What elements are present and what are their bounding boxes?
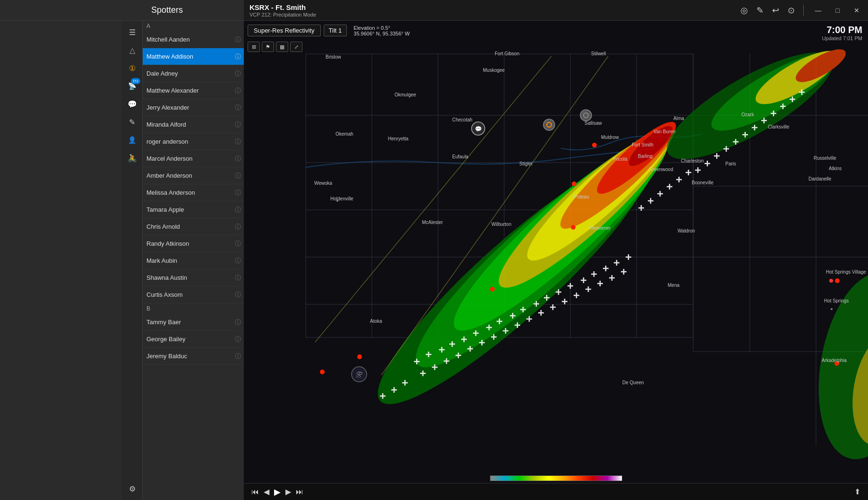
map-btn-3[interactable]: ▦ xyxy=(276,42,288,52)
spotter-item[interactable]: roger anderson ⓘ xyxy=(143,133,244,150)
svg-text:💬: 💬 xyxy=(475,125,482,132)
elevation-text: Elevation = 0.5° xyxy=(353,25,410,31)
menu-icon-btn[interactable]: ☰ xyxy=(124,24,141,41)
back-icon[interactable]: ↩ xyxy=(772,5,779,16)
map-svg: 💬 ⛈ + xyxy=(244,21,868,500)
reports-icon-btn[interactable]: ✎ xyxy=(124,113,141,130)
spotters-icon-btn[interactable]: 🚴 xyxy=(124,149,141,166)
spotter-name: Mitchell Aanden xyxy=(146,36,235,43)
spotter-item[interactable]: Marcel Anderson ⓘ xyxy=(143,150,244,167)
share-btn[interactable]: ⬆ xyxy=(854,487,860,496)
sidebar-title: Spotters xyxy=(151,5,183,15)
info-icon[interactable]: ⓘ xyxy=(235,335,241,344)
info-icon[interactable]: ⓘ xyxy=(235,291,241,299)
svg-text:Waldron: Waldron xyxy=(678,228,695,233)
spotter-name: Shawna Austin xyxy=(146,274,235,281)
tilt-selector[interactable]: Tilt 1 xyxy=(324,25,347,36)
svg-text:Sallisaw: Sallisaw xyxy=(584,121,602,126)
spotter-name: Matthew Addison xyxy=(146,53,235,60)
spotter-item[interactable]: Dale Adney ⓘ xyxy=(143,65,244,82)
spotter-item[interactable]: Tamara Apple ⓘ xyxy=(143,201,244,218)
spotter-item[interactable]: Tammy Baer ⓘ xyxy=(143,314,244,331)
minimize-button[interactable]: — xyxy=(812,7,825,14)
target-icon[interactable]: ◎ xyxy=(740,5,748,16)
spotter-item[interactable]: George Bailey ⓘ xyxy=(143,331,244,348)
coords-text: 35.9606° N, 95.3356° W xyxy=(353,31,410,36)
spotter-name: Jeremy Balduc xyxy=(146,353,235,360)
map-toolbar: Super-Res Reflectivity Tilt 1 Elevation … xyxy=(248,25,410,36)
svg-text:Henryetta: Henryetta xyxy=(388,136,409,141)
spotter-item[interactable]: Randy Atkinson ⓘ xyxy=(143,235,244,252)
svg-point-209 xyxy=(831,308,833,310)
notifications-icon-btn[interactable]: ① xyxy=(124,60,141,77)
spotter-item[interactable]: Shawna Austin ⓘ xyxy=(143,269,244,286)
next-frame-btn[interactable]: ▶ xyxy=(285,487,291,496)
radar-scale xyxy=(490,475,622,481)
section-a-header: A xyxy=(143,21,244,31)
info-icon[interactable]: ⓘ xyxy=(235,223,241,231)
info-icon[interactable]: ⓘ xyxy=(235,86,241,95)
info-icon[interactable]: ⓘ xyxy=(235,121,241,129)
svg-text:Hot Springs Village: Hot Springs Village xyxy=(826,269,866,275)
map-btn-1[interactable]: ⊞ xyxy=(248,42,260,52)
spotter-item[interactable]: Amber Anderson ⓘ xyxy=(143,167,244,184)
settings-icon-btn[interactable]: ⚙ xyxy=(124,480,141,497)
info-icon[interactable]: ⓘ xyxy=(235,257,241,265)
messages-icon-btn[interactable]: 💬 xyxy=(124,95,141,112)
skip-back-btn[interactable]: ⏮ xyxy=(251,488,259,496)
spotter-name: George Bailey xyxy=(146,336,235,343)
svg-text:Hot Springs: Hot Springs xyxy=(824,298,849,303)
pencil-icon[interactable]: ✎ xyxy=(756,5,764,16)
spotter-item-active[interactable]: Matthew Addison ⓘ xyxy=(143,48,244,65)
svg-point-154 xyxy=(490,287,495,292)
spotter-item[interactable]: Matthew Alexander ⓘ xyxy=(143,82,244,99)
info-icon[interactable]: ⓘ xyxy=(235,69,241,78)
spotter-item[interactable]: Melissa Anderson ⓘ xyxy=(143,184,244,201)
info-icon[interactable]: ⓘ xyxy=(235,103,241,112)
info-icon[interactable]: ⓘ xyxy=(235,318,241,327)
info-icon[interactable]: ⓘ xyxy=(235,240,241,248)
close-button[interactable]: ✕ xyxy=(851,7,862,14)
main-area: KSRX - Ft. Smith VCP 212: Precipitation … xyxy=(244,0,868,500)
info-icon[interactable]: ⓘ xyxy=(235,206,241,214)
play-btn[interactable]: ▶ xyxy=(274,487,281,497)
info-icon[interactable]: ⓘ xyxy=(235,35,241,44)
spotter-name: Jerry Alexander xyxy=(146,104,235,111)
spotter-item[interactable]: Mitchell Aanden ⓘ xyxy=(143,31,244,48)
svg-text:Booneville: Booneville xyxy=(692,180,714,185)
info-icon[interactable]: ⓘ xyxy=(235,138,241,146)
svg-point-161 xyxy=(543,119,555,130)
svg-point-157 xyxy=(835,278,840,283)
info-icon[interactable]: ⓘ xyxy=(235,52,241,61)
map-btn-2[interactable]: ⚑ xyxy=(262,42,274,52)
svg-point-163 xyxy=(580,110,592,121)
bottom-bar: ⏮ ◀ ▶ ▶ ⏭ ⬆ xyxy=(244,483,868,500)
radar-icon-btn[interactable]: 📡 151 xyxy=(124,78,141,95)
sidebar xyxy=(0,0,122,500)
skip-fwd-btn[interactable]: ⏭ xyxy=(296,488,303,496)
prev-frame-btn[interactable]: ◀ xyxy=(264,487,269,496)
spotter-name: Amber Anderson xyxy=(146,172,235,179)
spotter-item[interactable]: Jeremy Balduc ⓘ xyxy=(143,348,244,365)
titlebar: KSRX - Ft. Smith VCP 212: Precipitation … xyxy=(244,0,868,21)
product-selector[interactable]: Super-Res Reflectivity xyxy=(248,25,321,36)
station-mode: VCP 212: Precipitation Mode xyxy=(249,12,740,17)
elevation-info: Elevation = 0.5° 35.9606° N, 95.3356° W xyxy=(353,25,410,36)
profile-icon-btn[interactable]: 👤 xyxy=(124,131,141,148)
spotter-item[interactable]: Curtis Axsom ⓘ xyxy=(143,286,244,303)
maximize-button[interactable]: □ xyxy=(833,7,842,14)
svg-text:De Queen: De Queen xyxy=(622,380,644,385)
map-btn-4[interactable]: ⤢ xyxy=(290,42,302,52)
radar-settings-icon[interactable]: ⊙ xyxy=(788,5,795,16)
info-icon[interactable]: ⓘ xyxy=(235,172,241,180)
info-icon[interactable]: ⓘ xyxy=(235,189,241,197)
alerts-icon-btn[interactable]: △ xyxy=(124,42,141,59)
sidebar-header: Spotters xyxy=(122,0,244,21)
info-icon[interactable]: ⓘ xyxy=(235,155,241,163)
spotter-item[interactable]: Miranda Alford ⓘ xyxy=(143,116,244,133)
spotter-item[interactable]: Chris Arnold ⓘ xyxy=(143,218,244,235)
spotter-item[interactable]: Jerry Alexander ⓘ xyxy=(143,99,244,116)
spotter-item[interactable]: Mark Aubin ⓘ xyxy=(143,252,244,269)
info-icon[interactable]: ⓘ xyxy=(235,352,241,361)
info-icon[interactable]: ⓘ xyxy=(235,274,241,282)
